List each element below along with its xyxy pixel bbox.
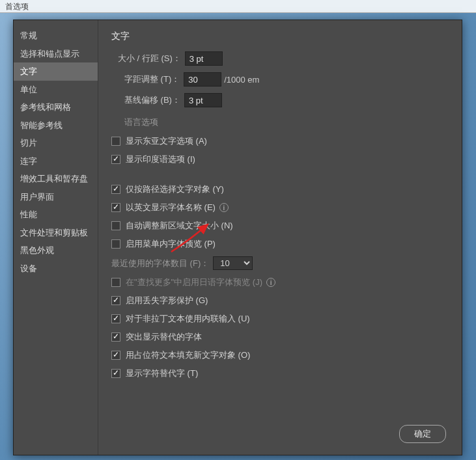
row-size-leading: 大小 / 行距 (S)： — [111, 51, 449, 66]
sidebar-item-guides[interactable]: 参考线和网格 — [14, 98, 98, 116]
sidebar-item-smart-guides[interactable]: 智能参考线 — [14, 116, 98, 135]
checkbox-placeholder-fill[interactable] — [111, 351, 120, 360]
row-recent-fonts: 最近使用的字体数目 (F)： 10 — [111, 253, 449, 273]
sidebar-item-black-appearance[interactable]: 黑色外观 — [14, 241, 98, 260]
info-icon[interactable]: i — [266, 278, 275, 287]
checkbox-row-placeholder-fill: 用占位符文本填充新文字对象 (O) — [111, 346, 449, 364]
checkbox-path-select[interactable] — [111, 185, 120, 194]
sidebar-item-ui[interactable]: 用户界面 — [14, 188, 98, 206]
checkbox-row-east-asian: 显示东亚文字选项 (A) — [111, 132, 449, 150]
panel-title: 文字 — [111, 31, 449, 42]
checkbox-missing-glyph[interactable] — [111, 296, 120, 305]
button-row: 确定 — [399, 425, 446, 443]
label-inline-input[interactable]: 对于非拉丁文本使用内联输入 (U) — [126, 313, 250, 325]
sidebar-item-hyphenation[interactable]: 连字 — [14, 152, 98, 170]
label-indic[interactable]: 显示印度语选项 (I) — [126, 154, 195, 165]
input-size-leading[interactable] — [185, 51, 223, 66]
sidebar-item-plugins[interactable]: 增效工具和暂存盘 — [14, 170, 98, 188]
checkbox-row-auto-resize: 自动调整新区域文字大小 (N) — [111, 217, 449, 235]
content-panel: 文字 大小 / 行距 (S)： 字距调整 (T)： /1000 em 基线偏移 … — [98, 20, 462, 455]
checkbox-row-indic: 显示印度语选项 (I) — [111, 150, 449, 169]
label-size-leading: 大小 / 行距 (S)： — [118, 53, 185, 64]
sidebar-item-slices[interactable]: 切片 — [14, 134, 98, 152]
language-section-label: 语言选项 — [111, 116, 449, 128]
checkbox-english-font[interactable] — [111, 203, 120, 212]
label-highlight-alt[interactable]: 突出显示替代的字体 — [126, 331, 202, 343]
sidebar-item-type[interactable]: 文字 — [14, 62, 98, 81]
label-east-asian[interactable]: 显示东亚文字选项 (A) — [126, 135, 207, 147]
input-baseline[interactable] — [184, 93, 222, 107]
sidebar-item-file-handling[interactable]: 文件处理和剪贴板 — [14, 224, 98, 242]
label-tracking: 字距调整 (T)： — [124, 74, 184, 85]
sidebar: 常规 选择和锚点显示 文字 单位 参考线和网格 智能参考线 切片 连字 增效工具… — [14, 20, 98, 455]
sidebar-item-general[interactable]: 常规 — [14, 27, 98, 45]
checkbox-inline-input[interactable] — [111, 314, 120, 323]
checkbox-glyph-alt[interactable] — [111, 369, 120, 378]
label-placeholder-fill[interactable]: 用占位符文本填充新文字对象 (O) — [126, 349, 250, 361]
checkbox-highlight-alt[interactable] — [111, 332, 120, 342]
label-path-select[interactable]: 仅按路径选择文字对象 (Y) — [126, 183, 224, 195]
label-recent-fonts: 最近使用的字体数目 (F)： — [111, 258, 209, 269]
preferences-dialog: 常规 选择和锚点显示 文字 单位 参考线和网格 智能参考线 切片 连字 增效工具… — [13, 20, 462, 455]
checkbox-row-path-select: 仅按路径选择文字对象 (Y) — [111, 180, 449, 198]
checkbox-east-asian[interactable] — [111, 137, 120, 146]
row-baseline: 基线偏移 (B)： — [111, 93, 449, 107]
checkbox-auto-resize[interactable] — [111, 221, 120, 230]
row-tracking: 字距调整 (T)： /1000 em — [111, 72, 449, 87]
checkbox-row-font-preview: 启用菜单内字体预览 (P) — [111, 235, 449, 253]
checkbox-row-inline-input: 对于非拉丁文本使用内联输入 (U) — [111, 310, 449, 328]
label-font-preview[interactable]: 启用菜单内字体预览 (P) — [126, 238, 216, 250]
checkbox-row-glyph-alt: 显示字符替代字 (T) — [111, 364, 449, 383]
select-recent-fonts[interactable]: 10 — [213, 256, 253, 270]
label-english-font[interactable]: 以英文显示字体名称 (E) — [126, 202, 216, 213]
info-icon[interactable]: i — [219, 203, 229, 212]
checkbox-indic[interactable] — [111, 155, 120, 164]
label-baseline: 基线偏移 (B)： — [124, 94, 184, 106]
label-glyph-alt[interactable]: 显示字符替代字 (T) — [126, 368, 198, 379]
checkbox-row-japanese-find: 在"查找更多"中启用日语字体预览 (J) i — [111, 273, 449, 291]
checkbox-row-missing-glyph: 启用丢失字形保护 (G) — [111, 291, 449, 310]
input-tracking[interactable] — [184, 72, 221, 87]
label-japanese-find[interactable]: 在"查找更多"中启用日语字体预览 (J) — [126, 277, 262, 288]
checkbox-row-english-font: 以英文显示字体名称 (E) i — [111, 198, 449, 217]
checkbox-row-highlight-alt: 突出显示替代的字体 — [111, 328, 449, 346]
label-auto-resize[interactable]: 自动调整新区域文字大小 (N) — [126, 220, 233, 232]
sidebar-item-performance[interactable]: 性能 — [14, 206, 98, 224]
suffix-tracking: /1000 em — [224, 75, 259, 85]
ok-button[interactable]: 确定 — [399, 425, 446, 443]
checkbox-japanese-find[interactable] — [111, 278, 120, 287]
label-missing-glyph[interactable]: 启用丢失字形保护 (G) — [126, 295, 208, 306]
sidebar-item-selection[interactable]: 选择和锚点显示 — [14, 45, 98, 63]
sidebar-item-devices[interactable]: 设备 — [14, 260, 98, 278]
checkbox-font-preview[interactable] — [111, 239, 120, 249]
sidebar-item-units[interactable]: 单位 — [14, 81, 98, 99]
window-titlebar: 首选项 — [0, 0, 476, 13]
window-title: 首选项 — [5, 2, 29, 11]
